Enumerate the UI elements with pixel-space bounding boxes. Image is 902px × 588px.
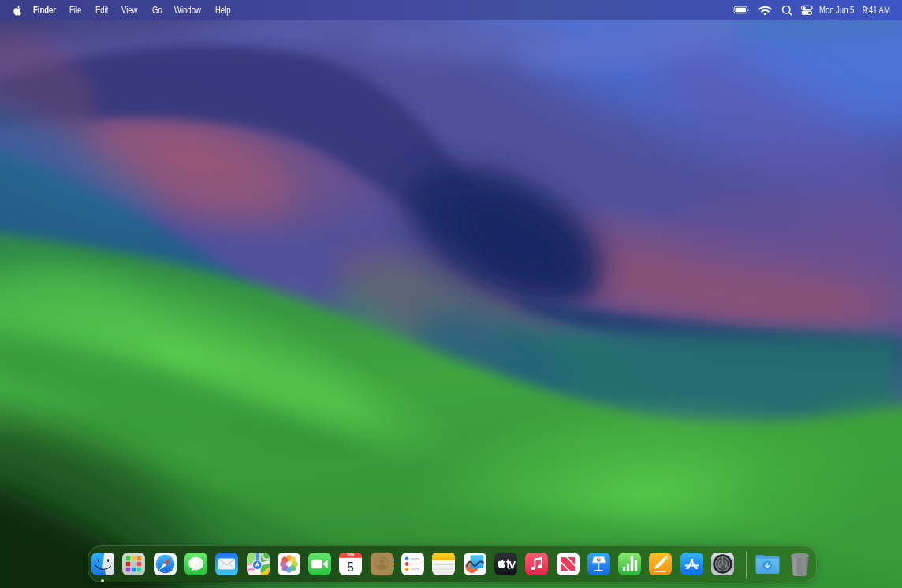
svg-text:5: 5 xyxy=(348,560,355,574)
svg-text:JUN: JUN xyxy=(347,553,354,557)
